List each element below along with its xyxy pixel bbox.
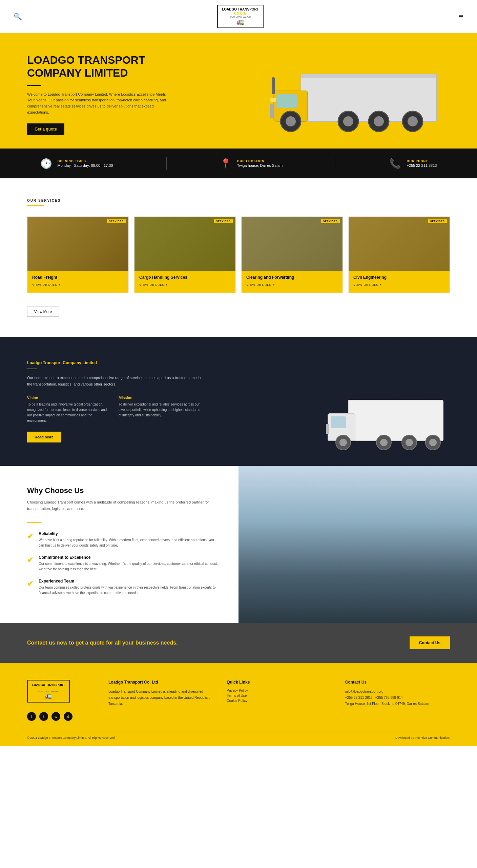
svg-rect-28 <box>239 540 249 623</box>
nav-logo[interactable]: LOADGO TRANSPORT CO.LTD YOU LOAD WE GO 🚛 <box>217 5 264 28</box>
about-truck-image <box>321 387 450 456</box>
contact-us-button[interactable]: Contact Us <box>410 636 450 649</box>
why-item-excellence: ✔ Commitment to Excellence Our commitmen… <box>27 555 218 572</box>
service-link-4[interactable]: VIEW DETAILS + <box>353 283 382 287</box>
info-location: 📍 OUR LOCATION Twiga house, Dar es Salam <box>220 158 283 169</box>
about-columns: Vision To be a leading and innovative gl… <box>27 396 203 423</box>
city-skyline-svg <box>239 466 477 623</box>
service-img-overlay-3 <box>242 217 343 271</box>
footer-company-text: Loadgo Transport Company Limited is a le… <box>108 689 213 707</box>
tiktok-icon[interactable]: d <box>64 712 72 721</box>
cta-text: Contact us now to get a quote for all yo… <box>27 640 178 646</box>
cta-section: Contact us now to get a quote for all yo… <box>0 623 477 663</box>
service-badge-1: SERVICES <box>107 219 126 223</box>
service-link-1[interactable]: VIEW DETAILS + <box>32 283 61 287</box>
vision-text: To be a leading and innovative global or… <box>27 402 112 423</box>
why-title: Why Choose Us <box>27 486 218 495</box>
svg-rect-35 <box>379 522 402 623</box>
service-image-civil: SERVICES <box>349 217 450 271</box>
footer-link-cookie[interactable]: Cookie Policy <box>227 699 331 703</box>
svg-rect-13 <box>270 104 274 118</box>
footer-company-title: Loadgo Transport Co. Ltd <box>108 680 213 685</box>
svg-rect-41 <box>291 507 294 511</box>
clock-icon: 🕐 <box>40 158 52 169</box>
check-icon-3: ✔ <box>27 579 33 588</box>
read-more-button[interactable]: Read More <box>27 432 61 442</box>
facebook-icon[interactable]: f <box>27 712 36 721</box>
svg-rect-46 <box>336 499 339 503</box>
search-icon[interactable]: 🔍 <box>14 13 22 21</box>
svg-rect-15 <box>348 400 443 441</box>
svg-rect-43 <box>286 513 289 517</box>
service-body-1: Road Freight VIEW DETAILS + <box>27 271 128 293</box>
about-description: Our commitment to excellence and a compr… <box>27 375 203 387</box>
service-img-overlay-4 <box>349 217 450 271</box>
phone-icon: 📞 <box>389 158 401 169</box>
footer-developer: Developed by Incentive Communication. <box>395 736 450 739</box>
footer-logo-text: LOADGO TRANSPORT CO.LTD <box>32 683 65 691</box>
view-more-button[interactable]: View More <box>27 307 59 317</box>
why-image <box>239 466 477 623</box>
svg-rect-14 <box>270 98 276 102</box>
service-image-clearing: SERVICES <box>242 217 343 271</box>
truck-svg <box>253 54 450 135</box>
svg-rect-26 <box>326 424 329 434</box>
info-divider-1 <box>166 157 167 170</box>
footer-link-terms[interactable]: Terms of Use <box>227 694 331 697</box>
footer-link-privacy[interactable]: Privacy Policy <box>227 689 331 692</box>
about-truck-svg <box>321 387 450 454</box>
info-phone: 📞 OUR PHONE +255 22 211 3813 <box>389 158 437 169</box>
phone-label: OUR PHONE <box>407 159 437 163</box>
whatsapp-icon[interactable]: w <box>51 712 60 721</box>
svg-rect-29 <box>245 526 271 623</box>
footer-company-col: Loadgo Transport Co. Ltd Loadgo Transpor… <box>108 680 213 721</box>
service-link-3[interactable]: VIEW DETAILS + <box>246 283 275 287</box>
about-brand: Loadgo Transport Company Limited <box>27 360 203 365</box>
service-link-2[interactable]: VIEW DETAILS + <box>139 283 168 287</box>
svg-rect-30 <box>268 518 286 623</box>
why-item-team: ✔ Experienced Team Our team comprises sk… <box>27 579 218 596</box>
why-item-text-3: Our team comprises skilled professionals… <box>39 585 218 596</box>
footer-contact-email: info@loadgotransport.org <box>345 689 450 695</box>
service-title-3: Clearing and Forwarding <box>246 275 338 280</box>
why-item-text-2: Our commitment to excellence is unwaveri… <box>39 561 218 572</box>
why-content: Why Choose Us Choosing Loadgo Transport … <box>0 466 239 623</box>
svg-rect-49 <box>239 600 477 623</box>
twitter-icon[interactable]: t <box>39 712 48 721</box>
opening-times-value: Monday - Saturday: 08:00 - 17:30 <box>58 163 113 167</box>
why-section: Why Choose Us Choosing Loadgo Transport … <box>0 466 477 623</box>
about-divider <box>27 369 37 369</box>
service-title-1: Road Freight <box>32 275 124 280</box>
svg-rect-47 <box>342 499 345 503</box>
service-image-cargo: SERVICES <box>134 217 235 271</box>
svg-point-11 <box>408 116 418 126</box>
svg-rect-34 <box>357 511 383 623</box>
svg-rect-40 <box>286 507 289 511</box>
menu-icon[interactable]: ≡ <box>459 12 463 21</box>
svg-rect-42 <box>295 507 298 511</box>
why-item-title-1: Reliability <box>39 531 218 536</box>
why-item-reliability: ✔ Reliability We have built a strong rep… <box>27 531 218 548</box>
why-item-title-3: Experienced Team <box>39 579 218 584</box>
services-section: OUR SERVICES SERVICES Road Freight VIEW … <box>0 178 477 337</box>
get-quote-button[interactable]: Get a quote <box>27 123 64 135</box>
svg-point-25 <box>429 439 437 446</box>
svg-point-19 <box>339 439 347 446</box>
hero-content: LOADGO TRANSPORT COMPANY LIMITED Welcome… <box>27 54 169 135</box>
svg-rect-50 <box>239 608 477 623</box>
service-card-clearing: SERVICES Clearing and Forwarding VIEW DE… <box>241 216 343 293</box>
hero-description: Welcome to Loadgo Transport Company Limi… <box>27 92 169 115</box>
check-icon-1: ✔ <box>27 532 33 541</box>
service-card-road-freight: SERVICES Road Freight VIEW DETAILS + <box>27 216 129 293</box>
why-description: Choosing Loadgo Transport comes with a m… <box>27 499 218 512</box>
svg-point-9 <box>374 116 384 126</box>
opening-times-label: OPENING TIMES <box>58 159 113 163</box>
footer-links-title: Quick Links <box>227 680 331 685</box>
service-title-2: Cargo Handling Services <box>139 275 231 280</box>
service-card-cargo: SERVICES Cargo Handling Services VIEW DE… <box>134 216 236 293</box>
footer-grid: LOADGO TRANSPORT CO.LTD YOU LOAD WE GO 🚛… <box>27 680 450 721</box>
svg-rect-48 <box>348 499 351 503</box>
service-badge-4: SERVICES <box>428 219 447 223</box>
hero-title: LOADGO TRANSPORT COMPANY LIMITED <box>27 54 169 80</box>
location-icon: 📍 <box>220 158 232 169</box>
